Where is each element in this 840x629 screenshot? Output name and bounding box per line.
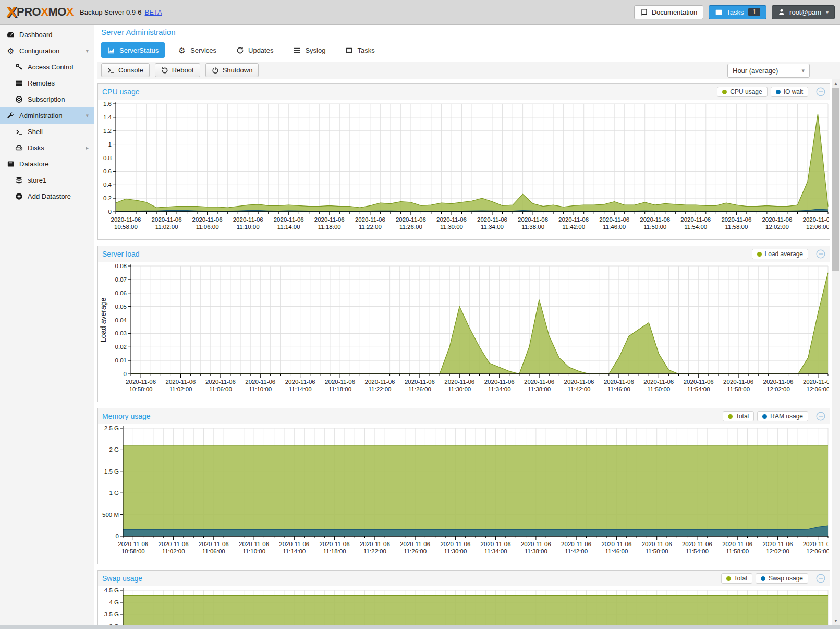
console-label: Console <box>118 66 143 74</box>
panel-memory-usage: Memory usageTotalRAM usage0500 M1 G1.5 G… <box>97 408 830 564</box>
window-bottom-edge <box>0 625 840 629</box>
chart-body: 0500 M1 G1.5 G2 G2.5 G3 G3.5 G4 G4.5 G20… <box>98 586 830 629</box>
proxmox-logo-word: PROXMOX <box>17 6 74 18</box>
svg-text:11:30:00: 11:30:00 <box>444 548 467 554</box>
svg-text:2020-11-06: 2020-11-06 <box>166 379 196 385</box>
svg-text:11:54:00: 11:54:00 <box>687 386 710 392</box>
tab-syslog[interactable]: Syslog <box>287 42 332 58</box>
sidebar-item-datastore[interactable]: Datastore <box>0 156 94 172</box>
svg-text:11:02:00: 11:02:00 <box>169 386 192 392</box>
proxmox-logo-x-icon: X <box>6 4 16 20</box>
svg-text:11:58:00: 11:58:00 <box>725 224 748 230</box>
toolbar: Console Reboot Shutdown Hour (average) ▾ <box>97 62 840 79</box>
legend-item-ram-usage[interactable]: RAM usage <box>757 411 808 421</box>
sidebar-item-label: store1 <box>28 176 46 184</box>
tasks-icon <box>345 46 353 54</box>
svg-text:0: 0 <box>108 209 112 215</box>
chevron-right-icon[interactable]: ▸ <box>86 144 89 151</box>
svg-text:2020-11-06: 2020-11-06 <box>640 216 670 223</box>
chevron-down-icon[interactable]: ▾ <box>86 47 89 54</box>
terminal-icon <box>107 67 115 74</box>
panel-header: CPU usageCPU usageIO wait <box>98 84 830 100</box>
legend-item-io-wait[interactable]: IO wait <box>771 87 808 97</box>
shutdown-label: Shutdown <box>223 66 253 74</box>
sidebar-item-label: Datastore <box>19 160 48 168</box>
wrench-icon <box>6 112 15 120</box>
page-title: Server Administration <box>101 28 176 37</box>
legend-item-total[interactable]: Total <box>721 573 752 584</box>
legend-item-swap-usage[interactable]: Swap usage <box>756 573 808 584</box>
chart-panels: CPU usageCPU usageIO wait00.20.40.60.811… <box>97 83 830 629</box>
reboot-button[interactable]: Reboot <box>155 63 200 77</box>
beta-link[interactable]: BETA <box>145 8 162 16</box>
chevron-down-icon: ▾ <box>801 67 805 74</box>
timeframe-select[interactable]: Hour (average) ▾ <box>727 64 810 78</box>
tab-serverstatus[interactable]: ServerStatus <box>101 42 165 58</box>
svg-text:0: 0 <box>124 371 127 377</box>
svg-text:2020-11-06: 2020-11-06 <box>762 541 793 547</box>
main-content: Server Administration ServerStatus⚙Servi… <box>97 25 840 629</box>
sidebar-item-access-control[interactable]: Access Control <box>0 59 94 75</box>
swap-usage-chart: 0500 M1 G1.5 G2 G2.5 G3 G3.5 G4 G4.5 G20… <box>98 587 829 629</box>
sidebar-item-store1[interactable]: store1 <box>0 172 94 188</box>
svg-text:2020-11-06: 2020-11-06 <box>325 379 355 385</box>
svg-text:11:46:00: 11:46:00 <box>603 224 626 230</box>
scroll-up-arrow-icon[interactable]: ▲ <box>832 80 840 88</box>
vertical-scrollbar[interactable]: ▲ ▼ <box>832 79 840 625</box>
user-menu-button[interactable]: root@pam ▾ <box>772 5 835 19</box>
scroll-down-arrow-icon[interactable]: ▼ <box>832 617 840 625</box>
collapse-panel-button[interactable] <box>816 574 825 583</box>
sidebar-item-configuration[interactable]: ⚙Configuration▾ <box>0 43 94 59</box>
legend-item-total[interactable]: Total <box>723 411 754 421</box>
legend-dot-icon <box>757 252 762 257</box>
sidebar-item-disks[interactable]: Disks▸ <box>0 140 94 156</box>
svg-text:2020-11-06: 2020-11-06 <box>436 216 467 223</box>
svg-text:Load average: Load average <box>99 297 107 342</box>
sidebar-item-add-datastore[interactable]: Add Datastore <box>0 188 94 204</box>
tab-tasks[interactable]: Tasks <box>339 42 381 58</box>
terminal-icon <box>15 128 23 136</box>
sidebar-item-label: Administration <box>19 112 62 119</box>
panel-server-load: Server loadLoad average00.010.020.030.04… <box>97 246 830 402</box>
sidebar-item-remotes[interactable]: Remotes <box>0 75 94 91</box>
legend-item-load-average[interactable]: Load average <box>752 249 808 259</box>
svg-text:12:06:00: 12:06:00 <box>806 548 829 554</box>
console-button[interactable]: Console <box>101 63 150 77</box>
documentation-button[interactable]: Documentation <box>634 5 703 19</box>
tab-label: Services <box>190 46 216 54</box>
tab-services[interactable]: ⚙Services <box>172 42 223 58</box>
collapse-panel-button[interactable] <box>816 249 825 259</box>
reboot-icon <box>161 67 168 74</box>
tab-label: ServerStatus <box>119 46 159 54</box>
svg-text:11:18:00: 11:18:00 <box>323 548 346 554</box>
svg-text:2020-11-06: 2020-11-06 <box>481 541 511 547</box>
scrollbar-thumb[interactable] <box>832 88 839 271</box>
tasks-button[interactable]: Tasks 1 <box>709 5 766 19</box>
shutdown-button[interactable]: Shutdown <box>205 63 259 77</box>
svg-text:11:14:00: 11:14:00 <box>277 224 300 230</box>
sidebar-item-administration[interactable]: Administration▾ <box>0 107 94 124</box>
tab-bar: ServerStatus⚙ServicesUpdatesSyslogTasks <box>101 42 381 58</box>
lifering-icon <box>15 95 23 104</box>
sidebar-item-subscription[interactable]: Subscription <box>0 91 94 107</box>
svg-text:11:26:00: 11:26:00 <box>404 548 427 554</box>
svg-text:2020-11-06: 2020-11-06 <box>604 379 634 385</box>
svg-text:11:10:00: 11:10:00 <box>242 548 265 554</box>
svg-text:1.4: 1.4 <box>103 114 112 120</box>
svg-text:0.01: 0.01 <box>115 357 127 364</box>
chevron-down-icon[interactable]: ▾ <box>86 112 89 119</box>
minus-circle-icon <box>816 251 825 260</box>
sidebar-item-dashboard[interactable]: Dashboard <box>0 27 94 43</box>
svg-text:11:26:00: 11:26:00 <box>399 224 422 230</box>
svg-text:2020-11-06: 2020-11-06 <box>126 379 156 385</box>
svg-text:2020-11-06: 2020-11-06 <box>518 216 548 223</box>
collapse-panel-button[interactable] <box>816 412 825 421</box>
svg-text:500 M: 500 M <box>102 512 119 518</box>
timeframe-value: Hour (average) <box>733 67 778 75</box>
tab-updates[interactable]: Updates <box>230 42 279 58</box>
sidebar-item-shell[interactable]: Shell <box>0 124 94 140</box>
svg-text:2 G: 2 G <box>109 446 119 453</box>
legend-item-cpu-usage[interactable]: CPU usage <box>717 87 767 97</box>
svg-text:2020-11-06: 2020-11-06 <box>642 541 672 547</box>
collapse-panel-button[interactable] <box>816 87 825 96</box>
